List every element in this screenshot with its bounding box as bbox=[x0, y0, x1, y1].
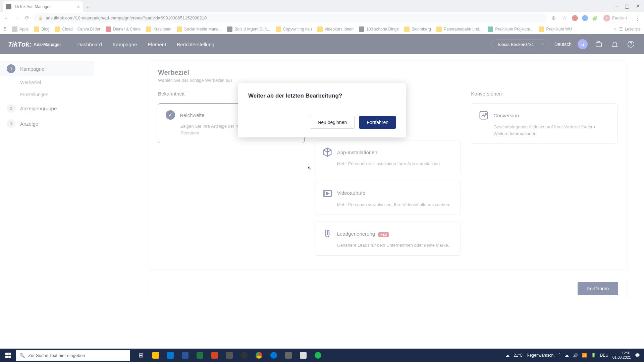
chrome-icon[interactable] bbox=[252, 349, 266, 362]
powerpoint-icon[interactable] bbox=[207, 349, 222, 362]
battery-icon[interactable]: 🔋 bbox=[591, 353, 596, 358]
edge-icon[interactable] bbox=[266, 349, 281, 362]
file-explorer-icon[interactable] bbox=[148, 349, 163, 362]
task-view-icon[interactable]: ⊞ bbox=[133, 349, 148, 362]
obs-icon[interactable] bbox=[237, 349, 252, 362]
volume-icon[interactable]: 🔊 bbox=[573, 353, 578, 358]
fortfahren-button[interactable]: Fortfahren bbox=[359, 116, 396, 129]
keyboard-lang[interactable]: DEU bbox=[600, 353, 608, 358]
wifi-icon[interactable]: 📶 bbox=[582, 353, 587, 358]
word-icon[interactable] bbox=[178, 349, 193, 362]
mail-icon[interactable] bbox=[163, 349, 178, 362]
notification-icon[interactable]: 💬 bbox=[635, 353, 640, 358]
clock[interactable]: 12:01 01.08.2021 bbox=[612, 351, 631, 360]
taskbar-search[interactable]: 🔍 Zur Suche Text hier eingeben bbox=[16, 350, 130, 361]
modal-overlay: Weiter ab der letzten Bearbeitung? Neu b… bbox=[0, 0, 644, 362]
onedrive-icon[interactable]: ☁ bbox=[565, 353, 569, 358]
time-text: 12:01 bbox=[612, 351, 631, 355]
date-text: 01.08.2021 bbox=[612, 355, 631, 360]
windows-icon bbox=[5, 353, 11, 358]
notepad-icon[interactable] bbox=[296, 349, 311, 362]
resume-modal: Weiter ab der letzten Bearbeitung? Neu b… bbox=[238, 83, 406, 137]
neu-beginnen-button[interactable]: Neu beginnen bbox=[310, 116, 355, 129]
weather-desc[interactable]: Regenwahrsch. bbox=[527, 353, 554, 358]
search-placeholder: Zur Suche Text hier eingeben bbox=[28, 353, 85, 358]
spotify-icon[interactable] bbox=[311, 349, 325, 362]
search-icon: 🔍 bbox=[19, 353, 25, 358]
taskbar: 🔍 Zur Suche Text hier eingeben ⊞ ☁ 21°C … bbox=[0, 349, 644, 362]
modal-title: Weiter ab der letzten Bearbeitung? bbox=[248, 93, 396, 99]
app-icon[interactable] bbox=[222, 349, 237, 362]
weather-temp[interactable]: 21°C bbox=[514, 353, 523, 358]
start-button[interactable] bbox=[0, 349, 16, 362]
app-icon-2[interactable] bbox=[281, 349, 296, 362]
excel-icon[interactable] bbox=[193, 349, 207, 362]
tray-expand-icon[interactable]: ˄ bbox=[559, 353, 561, 358]
weather-icon[interactable]: ☁ bbox=[505, 353, 509, 358]
